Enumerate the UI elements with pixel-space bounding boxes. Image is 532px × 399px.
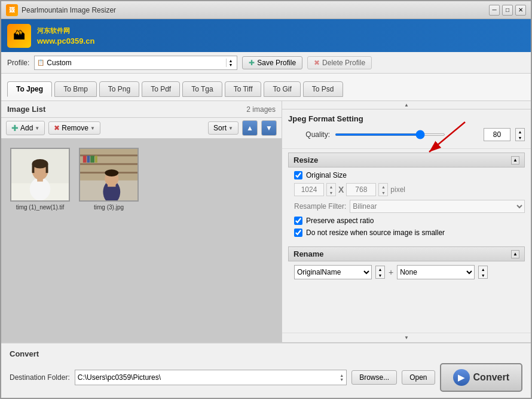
- scroll-top-indicator: ▲: [282, 101, 531, 109]
- dest-folder-spin[interactable]: ▲ ▼: [340, 373, 344, 382]
- tab-tga[interactable]: To Tga: [182, 81, 222, 97]
- scroll-bottom-indicator: ▼: [282, 333, 531, 342]
- image-list-title: Image List: [7, 105, 45, 114]
- rename-suffix-spin-down[interactable]: ▼: [479, 272, 487, 278]
- minimize-button[interactable]: ─: [489, 5, 500, 16]
- dest-folder-input[interactable]: C:\Users\pc0359\Pictures\ ▲ ▼: [75, 370, 347, 385]
- height-spin[interactable]: ▲ ▼: [378, 183, 388, 196]
- pixel-dimensions-row: ▲ ▼ X ▲ ▼ pixel: [288, 183, 525, 196]
- preserve-ratio-checkbox[interactable]: [294, 217, 302, 225]
- remove-icon: ✖: [54, 124, 60, 132]
- height-input[interactable]: [346, 183, 376, 196]
- move-down-button[interactable]: ▼: [261, 120, 277, 136]
- quality-row: Quality: ▲ ▼: [288, 128, 525, 141]
- add-button[interactable]: ✚ Add ▼: [6, 121, 45, 135]
- save-profile-button[interactable]: ✚ Save Profile: [242, 56, 302, 69]
- rename-name-select[interactable]: OriginalName: [294, 265, 372, 279]
- resample-select[interactable]: Bilinear: [350, 200, 525, 213]
- rename-name-spin-down[interactable]: ▼: [376, 272, 384, 278]
- add-label: Add: [20, 124, 33, 132]
- rename-scroll-btn[interactable]: ▲: [511, 250, 519, 258]
- tab-tiff[interactable]: To Tiff: [225, 81, 262, 97]
- tab-pdf[interactable]: To Pdf: [142, 81, 180, 97]
- tab-bmp[interactable]: To Bmp: [54, 81, 97, 97]
- profile-icon: 📋: [37, 59, 44, 66]
- resample-label: Resample Filter:: [294, 202, 346, 211]
- width-input[interactable]: [294, 183, 324, 196]
- resize-scroll-btn[interactable]: ▲: [511, 156, 519, 165]
- logo-site: 河东软件网: [37, 26, 94, 35]
- quality-spin-down[interactable]: ▼: [516, 135, 524, 141]
- height-spin-up[interactable]: ▲: [379, 184, 387, 190]
- tab-gif[interactable]: To Gif: [264, 81, 300, 97]
- move-up-button[interactable]: ▲: [242, 120, 258, 136]
- quality-number-input[interactable]: [484, 128, 510, 141]
- sort-button[interactable]: Sort ▼: [208, 121, 239, 135]
- list-item[interactable]: timg (3).jpg: [79, 148, 139, 211]
- rename-name-spin[interactable]: ▲ ▼: [375, 266, 385, 279]
- right-panel: Jpeg Format Setting Quality: ▲ ▼: [282, 109, 531, 342]
- rename-name-spin-up[interactable]: ▲: [376, 266, 384, 272]
- no-resize-smaller-checkbox[interactable]: [294, 229, 302, 237]
- remove-label: Remove: [62, 124, 88, 132]
- image-filename-1: timg (1)_new(1).tif: [16, 204, 65, 211]
- close-button[interactable]: ✕: [515, 5, 526, 16]
- open-label: Open: [409, 373, 427, 382]
- logo-icon: 🏔: [7, 24, 31, 48]
- original-size-row: Original Size: [288, 171, 525, 179]
- pixel-unit: pixel: [390, 185, 405, 194]
- image-list-header: Image List 2 images: [1, 101, 282, 118]
- list-item[interactable]: timg (1)_new(1).tif: [10, 148, 70, 211]
- convert-button[interactable]: ▶ Convert: [440, 363, 522, 392]
- svg-rect-11: [80, 163, 137, 165]
- save-profile-icon: ✚: [249, 59, 255, 67]
- image-filename-2: timg (3).jpg: [94, 204, 124, 211]
- save-profile-label: Save Profile: [257, 59, 296, 67]
- remove-button[interactable]: ✖ Remove ▼: [48, 121, 100, 135]
- preserve-ratio-row: Preserve aspect ratio: [288, 217, 525, 225]
- rename-suffix-spin-up[interactable]: ▲: [479, 266, 487, 272]
- delete-profile-button[interactable]: ✖ Delete Profile: [307, 56, 372, 69]
- rename-suffix-select[interactable]: None: [397, 265, 475, 279]
- profile-select[interactable]: 📋 Custom ▲ ▼: [34, 56, 237, 70]
- open-button[interactable]: Open: [402, 370, 435, 385]
- quality-spin-up[interactable]: ▲: [516, 129, 524, 135]
- tab-png[interactable]: To Png: [99, 81, 139, 97]
- delete-profile-icon: ✖: [314, 59, 320, 67]
- height-spin-down[interactable]: ▼: [379, 190, 387, 196]
- scroll-up-icon[interactable]: ▲: [404, 102, 409, 108]
- maximize-button[interactable]: □: [502, 5, 513, 16]
- svg-rect-7: [46, 164, 48, 173]
- width-spin-up[interactable]: ▲: [327, 184, 335, 190]
- rename-separator: +: [389, 267, 393, 277]
- profile-label: Profile:: [7, 59, 29, 67]
- rename-suffix-spin[interactable]: ▲ ▼: [478, 266, 488, 279]
- quality-spin[interactable]: ▲ ▼: [515, 128, 525, 141]
- profile-select-arrow[interactable]: ▲ ▼: [226, 59, 234, 67]
- browse-button[interactable]: Browse...: [351, 370, 397, 385]
- quality-slider[interactable]: [335, 133, 445, 136]
- svg-rect-6: [32, 164, 35, 173]
- width-spin-down[interactable]: ▼: [327, 190, 335, 196]
- image-thumbnail-1: [10, 148, 70, 202]
- dimension-separator: X: [338, 185, 344, 194]
- dest-folder-label: Destination Folder:: [10, 373, 70, 382]
- image-thumbnail-2: [79, 148, 139, 202]
- svg-rect-15: [90, 156, 94, 163]
- title-bar-left: 🖼 Pearlmountain Image Resizer: [6, 4, 116, 16]
- tab-tiff-label: To Tiff: [234, 85, 253, 93]
- tab-png-label: To Png: [108, 85, 130, 93]
- tab-jpeg[interactable]: To Jpeg: [7, 81, 52, 97]
- quality-slider-container: [335, 133, 479, 136]
- rename-section-header: Rename ▲: [288, 246, 525, 261]
- svg-rect-13: [83, 156, 87, 163]
- logo-text-group: 河东软件网 www.pc0359.cn: [37, 26, 94, 45]
- profile-value: Custom: [47, 59, 226, 67]
- tab-psd[interactable]: To Psd: [303, 81, 343, 97]
- original-size-checkbox[interactable]: [294, 171, 302, 179]
- width-spin[interactable]: ▲ ▼: [326, 183, 336, 196]
- convert-label: Convert: [473, 372, 509, 383]
- scroll-down-icon[interactable]: ▼: [404, 335, 409, 340]
- rename-row: OriginalName ▲ ▼ + None ▲ ▼: [288, 265, 525, 279]
- preserve-ratio-label: Preserve aspect ratio: [306, 217, 374, 225]
